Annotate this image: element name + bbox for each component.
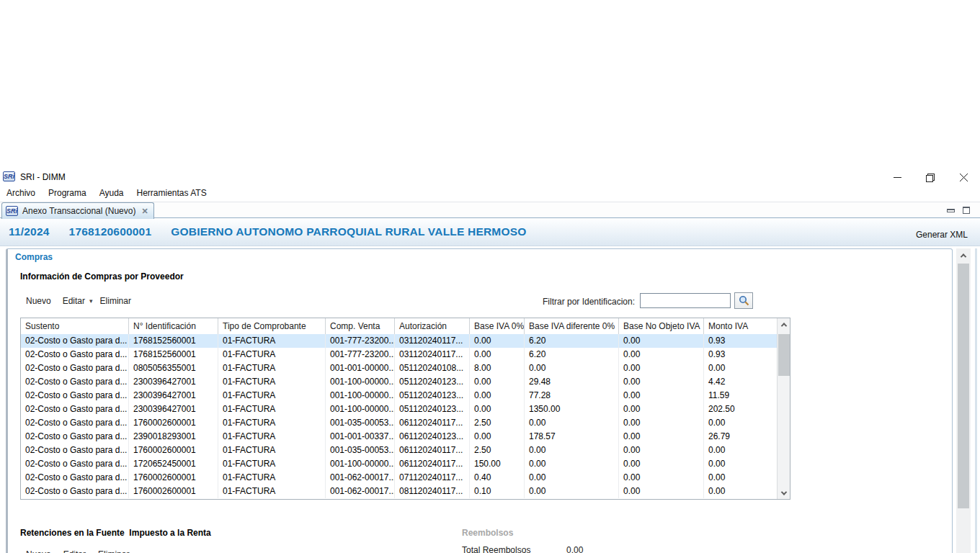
table-cell: 2.50 [470, 416, 525, 430]
table-scrollbar-thumb[interactable] [778, 334, 790, 376]
table-row[interactable]: 02-Costo o Gasto para d...17600026000010… [21, 444, 777, 457]
table-row[interactable]: 02-Costo o Gasto para d...17206524500010… [21, 457, 777, 471]
total-reembolsos-label: Total Reembolsos [462, 545, 530, 553]
menu-item-herramientas-ats[interactable]: Herramientas ATS [130, 186, 213, 200]
table-scrollbar[interactable] [777, 318, 790, 499]
column-header[interactable]: N° Identificación [129, 318, 218, 334]
table-cell: 01-FACTURA [218, 485, 326, 498]
tab-anexo-transaccional[interactable]: SRi Anexo Transaccional (Nuevo) ✕ [1, 202, 154, 219]
table-cell: 150.00 [470, 457, 525, 471]
editor-tabstrip: SRi Anexo Transaccional (Nuevo) ✕ [0, 202, 980, 218]
table-cell: 001-035-00053... [326, 444, 395, 457]
table-cell: 01-FACTURA [218, 361, 326, 375]
filter-label: Filtrar por Identificacion: [543, 297, 635, 307]
window-right-edge [975, 248, 977, 553]
table-cell: 0.00 [619, 471, 704, 485]
reembolsos-section-title: Reembolsos [462, 528, 513, 538]
table-cell: 2300396427001 [129, 389, 218, 403]
table-cell: 0.00 [619, 389, 704, 403]
column-header[interactable]: Autorización [395, 318, 470, 334]
table-cell: 0.00 [525, 416, 619, 430]
table-cell: 1760002600001 [129, 416, 218, 430]
eliminar-button[interactable]: Eliminar [100, 296, 131, 306]
filter-input[interactable] [640, 293, 731, 308]
retenciones-eliminar-button[interactable]: Eliminar [98, 549, 129, 553]
table-cell: 2300396427001 [129, 403, 218, 416]
column-header[interactable]: Tipo de Comprobante [218, 318, 326, 334]
table-cell: 01-FACTURA [218, 471, 326, 485]
minimize-icon[interactable] [885, 170, 909, 185]
nuevo-button[interactable]: Nuevo [26, 296, 51, 306]
table-cell: 071120240117... [395, 471, 470, 485]
table-row[interactable]: 02-Costo o Gasto para d...23900182930010… [21, 430, 777, 444]
table-cell: 0.00 [470, 389, 525, 403]
tab-close-icon[interactable]: ✕ [140, 207, 148, 216]
view-minimize-icon[interactable] [947, 209, 955, 212]
table-cell: 0.00 [525, 485, 619, 498]
table-cell: 02-Costo o Gasto para d... [21, 348, 129, 361]
table-cell: 02-Costo o Gasto para d... [21, 334, 129, 348]
table-cell: 001-777-23200... [326, 348, 395, 361]
column-header[interactable]: Base IVA 0% [470, 318, 525, 334]
column-header[interactable]: Monto IVA [704, 318, 778, 334]
table-cell: 031120240117... [395, 348, 470, 361]
compras-toolbar: Nuevo Editar ▾ Eliminar [26, 296, 131, 306]
table-row[interactable]: 02-Costo o Gasto para d...17600026000010… [21, 485, 777, 498]
view-maximize-icon[interactable] [963, 207, 970, 214]
table-body: 02-Costo o Gasto para d...17681525600010… [21, 334, 777, 498]
page-scrollbar-thumb[interactable] [958, 264, 969, 508]
table-row[interactable]: 02-Costo o Gasto para d...23003964270010… [21, 403, 777, 416]
table-cell: 1760002600001 [129, 485, 218, 498]
generar-xml-button[interactable]: Generar XML [916, 230, 968, 240]
taxpayer-name: GOBIERNO AUTONOMO PARROQUIAL RURAL VALLE… [171, 225, 526, 238]
scroll-up-icon[interactable] [778, 318, 790, 331]
table-row[interactable]: 02-Costo o Gasto para d...17600026000010… [21, 416, 777, 430]
table-cell: 061120240123... [395, 430, 470, 444]
page-scroll-up-icon[interactable] [956, 248, 971, 262]
column-header[interactable]: Sustento [21, 318, 129, 334]
page-scrollbar[interactable] [956, 248, 971, 553]
restore-icon[interactable] [918, 170, 943, 185]
table-row[interactable]: 02-Costo o Gasto para d...17681525600010… [21, 348, 777, 361]
menu-item-archivo[interactable]: Archivo [0, 186, 42, 200]
menu-item-ayuda[interactable]: Ayuda [93, 186, 130, 200]
table-cell: 031120240117... [395, 334, 470, 348]
table-cell: 1768152560001 [129, 348, 218, 361]
title-bar: SRi SRI - DIMM [0, 169, 980, 186]
table-cell: 4.42 [704, 375, 778, 389]
table-cell: 29.48 [525, 375, 619, 389]
table-cell: 26.79 [704, 430, 778, 444]
close-icon[interactable] [951, 170, 976, 185]
retenciones-nuevo-button[interactable]: Nuevo [26, 549, 51, 553]
app-icon: SRi [3, 171, 15, 181]
table-row[interactable]: 02-Costo o Gasto para d...23003964270010… [21, 389, 777, 403]
table-cell: 0.10 [470, 485, 525, 498]
column-header[interactable]: Comp. Venta [326, 318, 395, 334]
column-header[interactable]: Base No Objeto IVA [619, 318, 704, 334]
editar-dropdown-icon[interactable]: ▾ [89, 297, 93, 305]
table-cell: 02-Costo o Gasto para d... [21, 361, 129, 375]
table-cell: 1720652450001 [129, 457, 218, 471]
table-row[interactable]: 02-Costo o Gasto para d...17600026000010… [21, 471, 777, 485]
table-cell: 2.50 [470, 444, 525, 457]
table-row[interactable]: 02-Costo o Gasto para d...08050563550010… [21, 361, 777, 375]
table-row[interactable]: 02-Costo o Gasto para d...23003964270010… [21, 375, 777, 389]
table-cell: 0.00 [704, 471, 778, 485]
editar-button[interactable]: Editar [63, 296, 85, 306]
search-button[interactable] [734, 292, 753, 309]
table-cell: 001-777-23200... [326, 334, 395, 348]
section-title-compras[interactable]: Compras [15, 252, 53, 262]
retenciones-editar-button[interactable]: Editar [63, 549, 86, 553]
table-cell: 01-FACTURA [218, 444, 326, 457]
table-cell: 1760002600001 [129, 444, 218, 457]
column-header[interactable]: Base IVA diferente 0% [525, 318, 619, 334]
menu-item-programa[interactable]: Programa [42, 186, 93, 200]
table-cell: 001-100-00000... [326, 375, 395, 389]
table-cell: 0.00 [619, 361, 704, 375]
table-cell: 061120240117... [395, 457, 470, 471]
tab-sri-icon: SRi [6, 206, 18, 216]
table-cell: 01-FACTURA [218, 457, 326, 471]
table-row[interactable]: 02-Costo o Gasto para d...17681525600010… [21, 334, 777, 348]
table-cell: 01-FACTURA [218, 403, 326, 416]
scroll-down-icon[interactable] [778, 487, 790, 499]
